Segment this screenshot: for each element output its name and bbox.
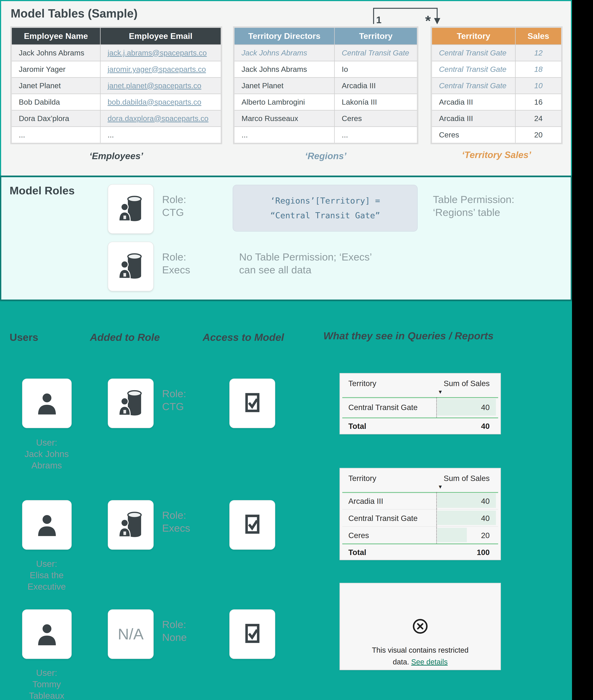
role-execs-label: Role: Execs	[162, 250, 190, 276]
report-row-value: 20	[481, 531, 490, 540]
region-director-cell: Jack Johns Abrams	[235, 45, 334, 61]
sales-value-cell: 12	[516, 45, 561, 61]
no-permission-note: No Table Permission; ‘Execs’ can see all…	[239, 250, 372, 276]
letterbox-strip	[572, 0, 593, 700]
sales-territory-cell: Central Transit Gate	[432, 61, 515, 77]
employee-email-link[interactable]: jaromir.yager@spaceparts.co	[101, 61, 221, 77]
data-bar	[437, 528, 467, 542]
user-name-label: User: Tommy Tableaux	[29, 667, 64, 700]
row-role-label: Role: None	[162, 618, 187, 644]
sales-value-cell: 16	[516, 94, 561, 110]
sales-territory-cell: Ceres	[432, 127, 515, 143]
sales-col-header: Territory	[432, 28, 515, 44]
region-director-cell: Alberto Lambrogini	[235, 94, 334, 110]
territory-sales-table: Territory Sales Central Transit Gate12 C…	[431, 26, 563, 144]
report-column-divider	[436, 492, 437, 544]
role-icon	[116, 389, 146, 418]
report-visual-ctg: Territory Sum of Sales ▼ Central Transit…	[340, 373, 501, 434]
sales-territory-cell: Arcadia III	[432, 94, 515, 110]
employee-name-cell: Jaromir Yager	[12, 61, 100, 77]
na-label: N/A	[118, 625, 144, 643]
role-icon	[116, 510, 146, 540]
role-execs-card	[108, 500, 154, 550]
report-row-label: Ceres	[348, 531, 369, 540]
row-role-label: Role: Execs	[162, 509, 190, 535]
report-row-label: Central Transit Gate	[348, 514, 418, 523]
report-divider	[342, 418, 498, 418]
region-director-cell: Marco Russeaux	[235, 111, 334, 126]
report-row-label: Central Transit Gate	[348, 403, 418, 412]
sort-descending-icon[interactable]: ▼	[438, 389, 443, 395]
report-col-sum-of-sales[interactable]: Sum of Sales	[444, 379, 490, 388]
regions-table-caption: ‘Regions’	[305, 151, 346, 161]
role-icon	[116, 194, 146, 224]
report-total-label: Total	[348, 422, 366, 431]
report-row-separator	[342, 509, 498, 509]
column-header-access-to-model: Access to Model	[203, 331, 284, 343]
report-total-label: Total	[348, 548, 366, 557]
report-col-territory: Territory	[348, 474, 377, 483]
role-na-card: N/A	[108, 609, 154, 659]
employee-email-link[interactable]: jack.j.abrams@spaceparts.co	[101, 45, 221, 61]
employee-name-cell: ...	[12, 127, 100, 143]
report-divider	[342, 543, 498, 544]
region-territory-cell: ...	[335, 127, 417, 143]
region-director-cell: ...	[235, 127, 334, 143]
region-director-cell: Janet Planet	[235, 78, 334, 93]
region-territory-cell: Central Transit Gate	[335, 45, 417, 61]
report-divider	[342, 492, 498, 493]
access-checkbox-card	[229, 500, 275, 550]
region-territory-cell: Io	[335, 61, 417, 77]
role-ctg-label: Role: CTG	[162, 193, 186, 219]
rls-diagram: Model Tables (Sample) Employee Name Empl…	[0, 0, 593, 700]
person-icon	[33, 620, 61, 648]
employee-name-cell: Jack Johns Abrams	[12, 45, 100, 61]
report-col-sum-of-sales[interactable]: Sum of Sales	[444, 474, 490, 483]
checkbox-checked-icon[interactable]	[239, 511, 266, 539]
report-row-value: 40	[481, 514, 490, 523]
territory-sales-table-caption: ‘Territory Sales’	[462, 150, 531, 160]
regions-table: Territory Directors Territory Jack Johns…	[233, 26, 418, 144]
employee-email-link[interactable]: janet.planet@spaceparts.co	[101, 78, 221, 93]
report-row-value: 40	[481, 403, 490, 412]
employee-name-cell: Bob Dabilda	[12, 94, 100, 110]
checkbox-checked-icon[interactable]	[239, 620, 266, 648]
sort-descending-icon[interactable]: ▼	[438, 484, 443, 490]
row-role-label: Role: CTG	[162, 387, 186, 413]
employee-email-link[interactable]: bob.dabilda@spaceparts.co	[101, 94, 221, 110]
see-details-link[interactable]: See details	[411, 658, 448, 666]
employee-email-link[interactable]: dora.daxplora@spaceparts.co	[101, 111, 221, 126]
sales-value-cell: 18	[516, 61, 561, 77]
report-total-value: 40	[481, 422, 490, 431]
column-header-users: Users	[9, 331, 38, 343]
region-director-cell: Jack Johns Abrams	[235, 61, 334, 77]
table-permission-note: Table Permission: ‘Regions’ table	[433, 193, 514, 219]
employees-col-header: Employee Name	[12, 28, 100, 44]
region-territory-cell: Ceres	[335, 111, 417, 126]
relationship-one-label: 1	[376, 14, 382, 26]
employees-col-header: Employee Email	[101, 28, 221, 44]
relationship-many-label: *	[425, 12, 431, 29]
region-territory-cell: Lakonía III	[335, 94, 417, 110]
region-territory-cell: Arcadia III	[335, 78, 417, 93]
report-total-value: 100	[477, 548, 490, 557]
access-checkbox-card	[229, 609, 275, 659]
report-column-divider	[436, 397, 437, 418]
employee-email-cell: ...	[101, 127, 221, 143]
role-ctg-card	[108, 379, 154, 428]
sales-territory-cell: Central Transit Gate	[432, 45, 515, 61]
report-row-separator	[342, 526, 498, 527]
checkbox-checked-icon[interactable]	[239, 390, 266, 417]
column-header-added-to-role: Added to Role	[90, 331, 160, 343]
report-row-label: Arcadia III	[348, 497, 383, 506]
sales-territory-cell: Central Transit Gate	[432, 78, 515, 93]
sales-value-cell: 10	[516, 78, 561, 93]
report-divider	[342, 397, 498, 398]
restricted-message-line2: data. See details	[340, 658, 500, 666]
employees-table-caption: ‘Employees’	[89, 151, 143, 161]
column-header-what-they-see: What they see in Queries / Reports	[323, 330, 493, 342]
sales-col-header: Sales	[516, 28, 561, 44]
user-card	[22, 609, 72, 659]
user-card	[22, 500, 72, 550]
person-icon	[33, 390, 61, 417]
